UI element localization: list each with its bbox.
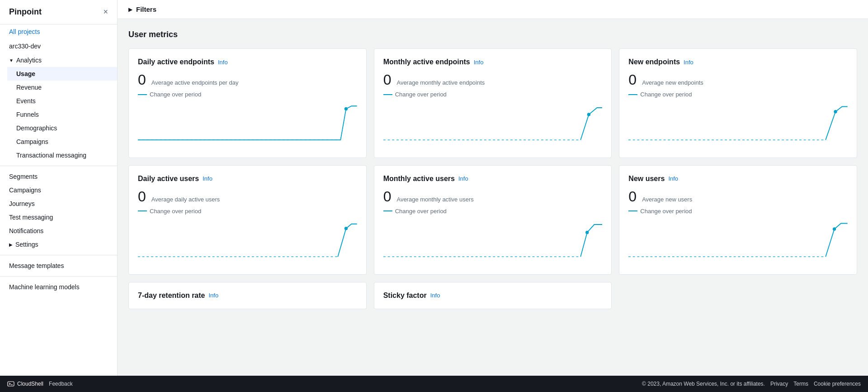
sidebar-item-funnels[interactable]: Funnels xyxy=(7,108,117,121)
project-name: arc330-dev xyxy=(0,39,117,53)
card-7day-retention: 7-day retention rate Info xyxy=(128,282,367,309)
divider-2 xyxy=(0,255,117,255)
value-row-new-endpoints: 0 Average new endpoints xyxy=(628,72,848,88)
change-line-new-users xyxy=(628,210,637,211)
value-monthly-endpoints: 0 xyxy=(383,72,392,88)
filters-bar[interactable]: ▶ Filters xyxy=(118,0,868,19)
sidebar-item-message-templates[interactable]: Message templates xyxy=(0,259,117,272)
metrics-grid-row2: Daily active users Info 0 Average daily … xyxy=(128,165,857,275)
section-title: User metrics xyxy=(128,30,857,39)
sidebar-item-journeys[interactable]: Journeys xyxy=(0,197,117,210)
app-title: Pinpoint xyxy=(9,7,42,17)
analytics-chevron: ▼ xyxy=(9,58,14,63)
change-line-monthly-endpoints xyxy=(383,94,392,95)
sidebar-item-campaigns-sub[interactable]: Campaigns xyxy=(7,135,117,148)
card-header-monthly-endpoints: Monthly active endpoints Info xyxy=(383,58,603,66)
card-title-new-endpoints: New endpoints xyxy=(628,58,680,66)
card-daily-active-endpoints: Daily active endpoints Info 0 Average ac… xyxy=(128,48,367,158)
metrics-grid-row1: Daily active endpoints Info 0 Average ac… xyxy=(128,48,857,158)
feedback-link[interactable]: Feedback xyxy=(49,381,73,387)
value-new-users: 0 xyxy=(628,188,637,205)
info-link-new-users[interactable]: Info xyxy=(668,175,678,182)
close-button[interactable]: × xyxy=(103,7,108,17)
value-new-endpoints: 0 xyxy=(628,72,637,88)
chart-daily-endpoints xyxy=(138,103,357,148)
chart-new-endpoints xyxy=(628,103,848,148)
sidebar-item-ml-models[interactable]: Machine learning models xyxy=(0,280,117,294)
change-text-new-endpoints: Change over period xyxy=(640,91,692,98)
sidebar-item-settings[interactable]: ▶ Settings xyxy=(0,238,117,251)
info-link-sticky[interactable]: Info xyxy=(430,292,440,299)
settings-chevron: ▶ xyxy=(9,242,13,247)
sidebar-item-segments[interactable]: Segments xyxy=(0,170,117,183)
campaigns-label: Campaigns xyxy=(9,186,41,194)
chart-monthly-endpoints xyxy=(383,103,603,148)
change-row-monthly-endpoints: Change over period xyxy=(383,91,603,98)
label-daily-users: Average daily active users xyxy=(151,196,220,203)
change-text-daily-users: Change over period xyxy=(150,208,201,215)
sidebar: Pinpoint × All projects arc330-dev ▼ Ana… xyxy=(0,0,118,376)
sidebar-item-test-messaging[interactable]: Test messaging xyxy=(0,210,117,224)
change-text-daily-endpoints: Change over period xyxy=(150,91,201,98)
all-projects-link[interactable]: All projects xyxy=(0,24,117,39)
change-line-monthly-users xyxy=(383,210,392,211)
sidebar-item-notifications[interactable]: Notifications xyxy=(0,224,117,238)
svg-point-9 xyxy=(585,231,589,234)
metrics-grid-row3: 7-day retention rate Info Sticky factor … xyxy=(128,282,857,309)
sidebar-item-events[interactable]: Events xyxy=(7,94,117,108)
footer-left: CloudShell Feedback xyxy=(7,380,73,387)
sidebar-item-demographics[interactable]: Demographics xyxy=(7,121,117,135)
label-daily-endpoints: Average active endpoints per day xyxy=(151,79,239,86)
card-title-daily-endpoints: Daily active endpoints xyxy=(138,58,214,66)
message-templates-label: Message templates xyxy=(9,262,64,269)
empty-grid-cell xyxy=(619,282,857,309)
card-header-new-endpoints: New endpoints Info xyxy=(628,58,848,66)
footer-right: © 2023, Amazon Web Services, Inc. or its… xyxy=(642,381,861,387)
sidebar-item-campaigns[interactable]: Campaigns xyxy=(0,183,117,197)
test-messaging-label: Test messaging xyxy=(9,214,53,221)
card-title-7day: 7-day retention rate xyxy=(138,292,205,300)
card-monthly-active-users: Monthly active users Info 0 Average mont… xyxy=(374,165,612,275)
card-header-daily-users: Daily active users Info xyxy=(138,175,357,183)
card-new-users: New users Info 0 Average new users Chang… xyxy=(619,165,857,275)
svg-point-0 xyxy=(344,107,348,110)
sidebar-item-usage[interactable]: Usage xyxy=(7,67,117,81)
card-title-monthly-endpoints: Monthly active endpoints xyxy=(383,58,470,66)
transactional-label: Transactional messaging xyxy=(16,152,86,159)
card-title-daily-users: Daily active users xyxy=(138,175,199,183)
usage-label: Usage xyxy=(16,70,35,77)
info-link-daily-users[interactable]: Info xyxy=(203,175,212,182)
footer-terms-link[interactable]: Terms xyxy=(793,381,808,387)
divider-3 xyxy=(0,276,117,277)
value-monthly-users: 0 xyxy=(383,188,392,205)
sidebar-item-transactional[interactable]: Transactional messaging xyxy=(7,148,117,162)
change-row-monthly-users: Change over period xyxy=(383,208,603,215)
cloudshell-label: CloudShell xyxy=(17,381,43,387)
value-row-monthly-endpoints: 0 Average monthly active endpoints xyxy=(383,72,603,88)
svg-point-3 xyxy=(587,113,590,116)
card-header-monthly-users: Monthly active users Info xyxy=(383,175,603,183)
sidebar-item-analytics[interactable]: ▼ Analytics xyxy=(0,53,117,67)
card-daily-active-users: Daily active users Info 0 Average daily … xyxy=(128,165,367,275)
info-link-7day[interactable]: Info xyxy=(208,292,218,299)
card-monthly-active-endpoints: Monthly active endpoints Info 0 Average … xyxy=(374,48,612,158)
segments-label: Segments xyxy=(9,173,38,180)
info-link-monthly-endpoints[interactable]: Info xyxy=(474,59,484,66)
change-row-new-endpoints: Change over period xyxy=(628,91,848,98)
info-link-daily-endpoints[interactable]: Info xyxy=(218,59,228,66)
cloudshell-button[interactable]: CloudShell xyxy=(7,380,43,387)
events-label: Events xyxy=(16,97,36,105)
settings-label: Settings xyxy=(15,241,38,248)
sidebar-item-revenue[interactable]: Revenue xyxy=(7,81,117,94)
notifications-label: Notifications xyxy=(9,227,43,234)
filters-label: Filters xyxy=(136,5,156,13)
footer-cookie-link[interactable]: Cookie preferences xyxy=(814,381,861,387)
info-link-monthly-users[interactable]: Info xyxy=(458,175,468,182)
chart-new-users xyxy=(628,220,848,265)
change-line-daily-users xyxy=(138,210,147,211)
chart-monthly-users xyxy=(383,220,603,265)
footer-privacy-link[interactable]: Privacy xyxy=(770,381,788,387)
revenue-label: Revenue xyxy=(16,84,42,91)
change-row-daily-users: Change over period xyxy=(138,208,357,215)
info-link-new-endpoints[interactable]: Info xyxy=(684,59,693,66)
